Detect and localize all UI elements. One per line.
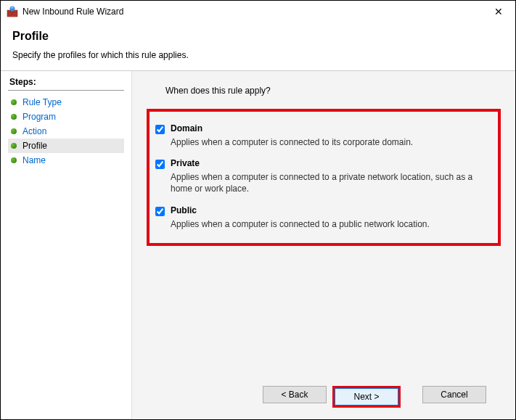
page-subtitle: Specify the profiles for which this rule…: [12, 50, 504, 60]
firewall-icon: [7, 6, 18, 17]
cancel-button[interactable]: Cancel: [422, 386, 486, 403]
checkbox-public[interactable]: [155, 207, 165, 216]
back-button[interactable]: < Back: [263, 386, 327, 403]
steps-rule: [8, 90, 124, 91]
option-desc: Applies when a computer is connected to …: [171, 136, 486, 148]
step-name[interactable]: Name: [8, 153, 124, 168]
main-panel: When does this rule apply? Domain Applie…: [131, 71, 515, 419]
prompt-text: When does this rule apply?: [165, 86, 501, 96]
step-label: Program: [22, 112, 56, 122]
bullet-icon: [11, 99, 17, 105]
button-gap: [406, 386, 417, 408]
option-name: Public: [171, 205, 486, 215]
bullet-icon: [11, 128, 17, 134]
next-button-highlight: Next >: [332, 386, 401, 408]
option-private: Private Applies when a computer is conne…: [155, 158, 486, 194]
close-icon[interactable]: ✕: [488, 6, 509, 17]
step-label: Action: [22, 126, 46, 136]
option-domain: Domain Applies when a computer is connec…: [155, 123, 486, 148]
option-desc: Applies when a computer is connected to …: [171, 218, 486, 230]
steps-sidebar: Steps: Rule Type Program Action Profile …: [1, 71, 131, 419]
steps-heading: Steps:: [9, 77, 131, 87]
step-profile[interactable]: Profile: [8, 139, 124, 153]
option-public: Public Applies when a computer is connec…: [155, 205, 486, 230]
titlebar: New Inbound Rule Wizard ✕: [1, 1, 515, 22]
option-name: Private: [171, 158, 486, 168]
header: Profile Specify the profiles for which t…: [1, 22, 515, 70]
profiles-group-highlight: Domain Applies when a computer is connec…: [147, 109, 501, 246]
step-action[interactable]: Action: [8, 124, 124, 139]
step-program[interactable]: Program: [8, 110, 124, 124]
option-desc: Applies when a computer is connected to …: [171, 171, 486, 194]
page-title: Profile: [12, 30, 504, 43]
step-rule-type[interactable]: Rule Type: [8, 95, 124, 110]
checkbox-private[interactable]: [155, 160, 165, 169]
window-title: New Inbound Rule Wizard: [22, 7, 488, 17]
option-name: Domain: [171, 123, 486, 133]
step-label: Name: [22, 155, 46, 165]
footer-buttons: < Back Next > Cancel: [147, 377, 501, 419]
bullet-icon: [11, 143, 17, 149]
step-label: Profile: [22, 141, 47, 151]
next-button[interactable]: Next >: [335, 388, 398, 405]
checkbox-domain[interactable]: [155, 125, 165, 134]
bullet-icon: [11, 114, 17, 120]
step-label: Rule Type: [22, 97, 62, 107]
bullet-icon: [11, 157, 17, 163]
